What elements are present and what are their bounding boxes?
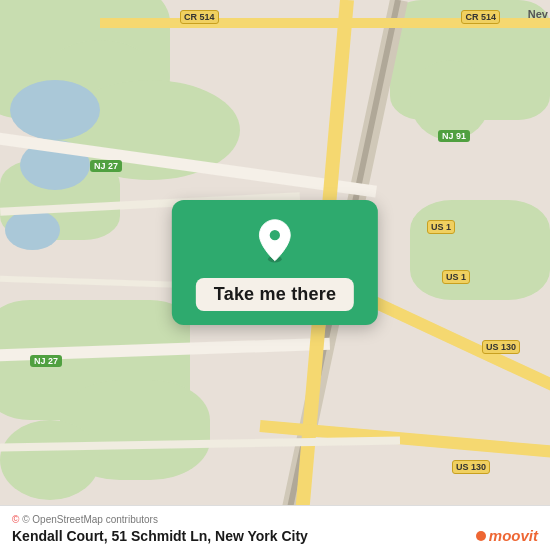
take-me-there-button[interactable]: Take me there: [196, 278, 354, 311]
take-me-there-card[interactable]: Take me there: [172, 200, 378, 325]
moovit-dot: [476, 531, 486, 541]
location-pin-icon: [251, 218, 299, 266]
cr514-top-label: CR 514: [180, 10, 219, 24]
map-container: CR 514 CR 514 NJ 91 NJ 27 NJ 27 US 1 US …: [0, 0, 550, 550]
bottom-bar: © © OpenStreetMap contributors Kendall C…: [0, 505, 550, 550]
nj91-label: NJ 91: [438, 130, 470, 142]
us130-bottom-label: US 130: [452, 460, 490, 474]
svg-point-1: [269, 229, 281, 241]
attribution-label: © OpenStreetMap contributors: [22, 514, 158, 525]
us1-mid-label: US 1: [427, 220, 455, 234]
moovit-brand-text: moovit: [489, 527, 538, 544]
cr514-right-label: CR 514: [461, 10, 500, 24]
nj27-bottom-label: NJ 27: [30, 355, 62, 367]
us1-bottom-label: US 1: [442, 270, 470, 284]
nj27-left-label: NJ 27: [90, 160, 122, 172]
map-region-label: Nev: [528, 8, 548, 20]
address-label: Kendall Court, 51 Schmidt Ln, New York C…: [12, 528, 308, 544]
copyright-symbol: ©: [12, 514, 19, 525]
moovit-logo: moovit: [476, 527, 538, 544]
address-row: Kendall Court, 51 Schmidt Ln, New York C…: [12, 527, 538, 544]
us130-mid-label: US 130: [482, 340, 520, 354]
attribution-text: © © OpenStreetMap contributors: [12, 514, 538, 525]
